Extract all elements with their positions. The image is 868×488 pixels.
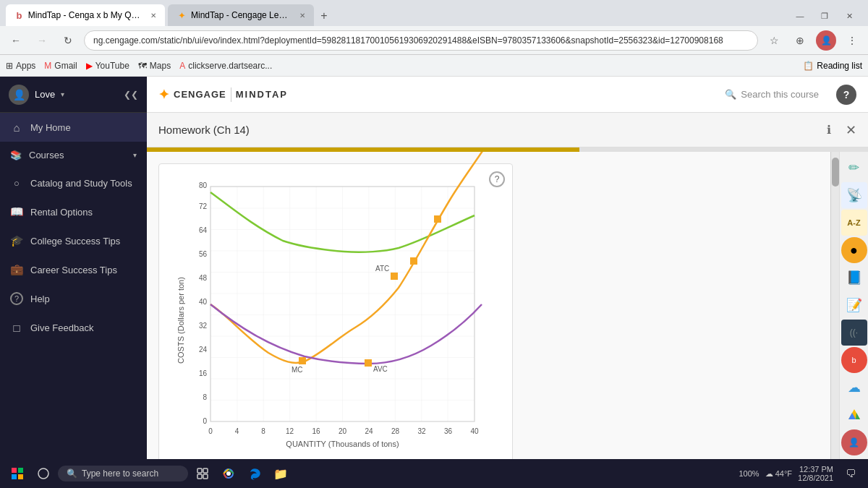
- youtube-icon: ▶: [86, 61, 93, 71]
- help-circle-button[interactable]: ?: [836, 85, 856, 105]
- bongo-tool-icon[interactable]: b: [841, 347, 867, 373]
- chart-container: ? COSTS (Dollars per ton): [147, 152, 830, 459]
- bookmark-dart[interactable]: A clickserve.dartsearc...: [179, 61, 272, 71]
- logo-divider: [231, 87, 231, 102]
- taskbar-search-placeholder: Type here to search: [82, 468, 158, 479]
- orange-tool-icon[interactable]: ●: [841, 237, 867, 263]
- active-tab[interactable]: b MindTap - Cenga x b My Questic ✕: [6, 4, 165, 26]
- y-tick-40: 40: [199, 298, 208, 306]
- bookmark-bar: ⊞ Apps M Gmail ▶ YouTube 🗺 Maps A clicks…: [0, 55, 868, 77]
- svg-rect-8: [18, 474, 23, 479]
- battery-indicator: 100%: [739, 469, 760, 478]
- x-tick-20: 20: [339, 427, 347, 435]
- sidebar-collapse-icon[interactable]: ❮❮: [124, 90, 138, 100]
- bookmark-gmail[interactable]: M Gmail: [44, 61, 77, 71]
- tab-bar: b MindTap - Cenga x b My Questic ✕ ✦ Min…: [0, 0, 868, 26]
- inactive-tab-label: MindTap - Cengage Learning: [191, 10, 292, 20]
- info-icon[interactable]: ℹ: [827, 123, 831, 137]
- note-tool-icon[interactable]: 📝: [841, 292, 867, 318]
- new-tab-button[interactable]: +: [314, 6, 334, 26]
- sidebar-item-label: Catalog and Study Tools: [30, 178, 132, 189]
- reload-button[interactable]: ↻: [58, 30, 78, 51]
- y-tick-24: 24: [199, 346, 208, 354]
- maps-icon: 🗺: [138, 61, 147, 71]
- y-tick-56: 56: [199, 250, 208, 258]
- sidebar-user[interactable]: 👤 Love ▾ ❮❮: [0, 77, 147, 113]
- chart-help-button[interactable]: ?: [489, 171, 505, 187]
- active-tab-label: MindTap - Cenga x b My Questic: [28, 10, 143, 20]
- drive-tool-icon[interactable]: [841, 402, 867, 428]
- feedback-icon: □: [10, 321, 23, 334]
- x-tick-40: 40: [470, 427, 479, 435]
- sidebar-item-help[interactable]: ? Help: [0, 284, 147, 313]
- taskbar-search[interactable]: 🔍 Type here to search: [58, 466, 188, 481]
- taskbar-file-explorer[interactable]: 📁: [269, 462, 292, 485]
- extension-button[interactable]: ⊕: [790, 30, 810, 51]
- svg-point-9: [38, 468, 48, 479]
- vertical-scrollbar[interactable]: [830, 152, 839, 459]
- active-tab-close[interactable]: ✕: [150, 12, 156, 20]
- url-text: ng.cengage.com/static/nb/ui/evo/index.ht…: [93, 35, 723, 46]
- courses-chevron-icon: ▾: [133, 151, 137, 159]
- sidebar-item-catalog[interactable]: ○ Catalog and Study Tools: [0, 168, 147, 197]
- mc-point: [299, 357, 306, 364]
- menu-button[interactable]: ⋮: [842, 30, 862, 51]
- taskbar-edge[interactable]: [243, 462, 266, 485]
- pencil-tool-icon[interactable]: ✏: [841, 155, 867, 181]
- close-homework-button[interactable]: ✕: [846, 122, 856, 138]
- sidebar-item-courses[interactable]: 📚 Courses ▾: [0, 142, 147, 168]
- y-tick-8: 8: [203, 393, 207, 401]
- cortana-button[interactable]: [32, 462, 55, 485]
- rss-tool-icon[interactable]: 📡: [841, 182, 867, 208]
- cengage-wordmark: CENGAGE: [174, 89, 226, 100]
- book-tool-icon[interactable]: 📘: [841, 265, 867, 291]
- x-tick-32: 32: [417, 427, 426, 435]
- x-tick-16: 16: [312, 427, 320, 435]
- bookmark-youtube[interactable]: ▶ YouTube: [86, 61, 129, 71]
- notification-button[interactable]: 🗨: [839, 462, 862, 485]
- dart-icon: A: [179, 61, 185, 71]
- task-view-button[interactable]: [191, 462, 214, 485]
- inactive-tab-close[interactable]: ✕: [299, 12, 305, 20]
- chevron-down-icon: ▾: [61, 90, 64, 98]
- rental-icon: 📖: [10, 205, 23, 218]
- close-button[interactable]: ✕: [839, 6, 859, 26]
- user-account-icon[interactable]: 👤: [841, 429, 867, 455]
- cengage-star-icon: ✦: [158, 87, 169, 103]
- time-display: 12:37 PM: [799, 465, 833, 474]
- gmail-label: Gmail: [54, 61, 77, 71]
- bookmark-button[interactable]: ☆: [764, 30, 784, 51]
- avc-label: AVC: [373, 365, 388, 373]
- svg-rect-10: [197, 468, 202, 473]
- wifi-tool-icon[interactable]: ((·: [841, 320, 867, 346]
- sidebar-item-label: Career Success Tips: [30, 265, 117, 275]
- sidebar-item-career-success[interactable]: 💼 Career Success Tips: [0, 255, 147, 284]
- az-tool-icon[interactable]: A-Z: [841, 210, 867, 236]
- sidebar-item-my-home[interactable]: ⌂ My Home: [0, 113, 147, 142]
- cloud-tool-icon[interactable]: ☁: [841, 374, 867, 401]
- sidebar-item-college-success[interactable]: 🎓 College Success Tips: [0, 226, 147, 255]
- bookmark-apps[interactable]: ⊞ Apps: [6, 61, 35, 71]
- youtube-label: YouTube: [95, 61, 129, 71]
- reading-list-label: Reading list: [817, 61, 862, 71]
- scroll-thumb[interactable]: [832, 158, 839, 187]
- sidebar-item-feedback[interactable]: □ Give Feedback: [0, 313, 147, 342]
- taskbar-chrome[interactable]: [217, 462, 240, 485]
- sidebar-username: Love: [35, 89, 55, 100]
- back-button[interactable]: ←: [6, 30, 26, 51]
- bookmark-maps[interactable]: 🗺 Maps: [138, 61, 171, 71]
- x-tick-0: 0: [208, 427, 213, 435]
- sidebar-item-rental[interactable]: 📖 Rental Options: [0, 197, 147, 226]
- dart-label: clickserve.dartsearc...: [188, 61, 272, 71]
- forward-button[interactable]: →: [32, 30, 52, 51]
- x-tick-12: 12: [286, 427, 294, 435]
- mindtap-wordmark: MINDTAP: [236, 89, 288, 100]
- y-tick-80: 80: [199, 181, 208, 189]
- minimize-button[interactable]: —: [790, 6, 810, 26]
- start-button[interactable]: [6, 462, 29, 485]
- inactive-tab[interactable]: ✦ MindTap - Cengage Learning ✕: [168, 4, 314, 26]
- profile-button[interactable]: 👤: [816, 30, 836, 51]
- restore-button[interactable]: ❐: [814, 6, 835, 26]
- url-input[interactable]: ng.cengage.com/static/nb/ui/evo/index.ht…: [84, 30, 758, 51]
- right-panel: ✏ 📡 A-Z ● 📘 📝 ((· b ☁ 👤: [839, 152, 868, 459]
